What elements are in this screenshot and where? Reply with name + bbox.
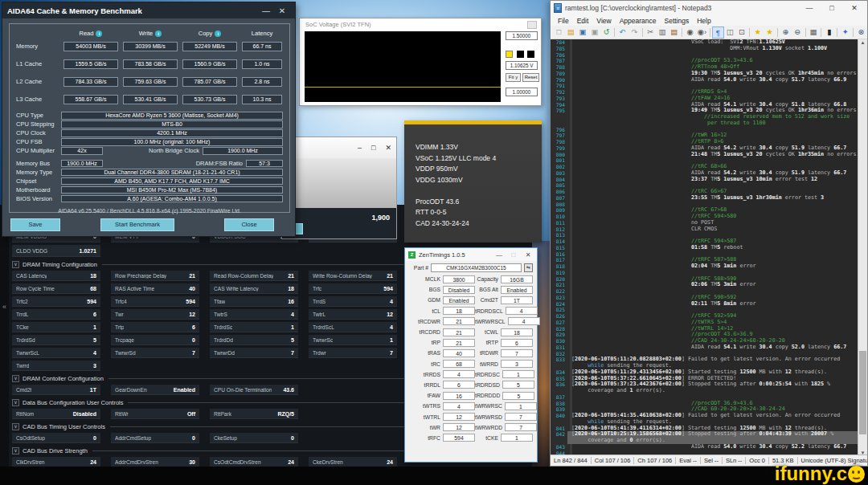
color-swatch[interactable]	[517, 51, 524, 58]
rm-cell-value: 0	[93, 435, 96, 441]
rm-cell-value: 5	[93, 337, 96, 343]
timing-value: 3	[501, 360, 533, 368]
sticky-note-text[interactable]: VDIMM 1.33VVSoC 1.125V LLC mode 4VDDP 95…	[404, 124, 542, 229]
info-row-split: 42xNorth Bridge Clock1900.0 MHz	[61, 147, 283, 155]
favorite-icon[interactable]: ★	[751, 26, 764, 39]
revert-icon[interactable]: ↺	[600, 26, 612, 39]
minimize-icon[interactable]: —	[258, 6, 274, 15]
save-copy-icon[interactable]: ▣	[588, 26, 600, 39]
word-wrap-icon[interactable]: ¶	[712, 26, 724, 39]
y-min-input[interactable]: 1.00000	[506, 88, 538, 96]
ryzen-master-collapse-sidebar[interactable]: «	[0, 205, 9, 467]
close-file-icon[interactable]: ⊗	[855, 26, 867, 39]
collapse-chevron-icon[interactable]: «	[2, 303, 6, 311]
maximize-icon[interactable]: □	[371, 144, 375, 152]
add-favorite-icon[interactable]: ★	[764, 26, 776, 39]
aida64-benchmark-window[interactable]: AIDA64 Cache & Memory Benchmark — ✕ Read…	[2, 2, 296, 237]
reset-button[interactable]: Reset	[522, 73, 539, 82]
start-benchmark-button[interactable]: Start Benchmark	[100, 218, 174, 231]
line-number: 787	[551, 58, 567, 64]
section-collapse-icon[interactable]: ∨	[12, 399, 19, 406]
rm-cell: Trfc4594	[111, 296, 199, 307]
log-line: 804 23:37 TM5 1usmus_v3 10min error test…	[551, 177, 859, 183]
minimize-icon[interactable]: —	[800, 4, 819, 12]
close-icon[interactable]: ✕	[274, 6, 290, 15]
info-row-value: MTS-B0	[61, 120, 283, 128]
text-editor[interactable]: 784 VSoC load: SVI2 TFN:1.10625V785 DMM:…	[551, 39, 859, 456]
rm-cell-value: 594	[87, 299, 96, 304]
info-icon[interactable]: i	[155, 31, 162, 37]
menu-item-edit[interactable]: Edit	[573, 17, 593, 25]
zoom-in-icon[interactable]: ⊕	[780, 26, 792, 39]
find-next-icon[interactable]: ◉›	[696, 26, 708, 39]
grid-icon[interactable]: ▦	[808, 26, 820, 39]
close-icon[interactable]: ✕	[845, 4, 864, 12]
rm-cell: TwtrS4	[210, 309, 298, 320]
y-max-input[interactable]: 1.50000	[506, 31, 538, 40]
zentimings-titlebar[interactable]: Z ZenTimings 1.0.5 — □ ✕	[405, 248, 537, 261]
close-icon[interactable]: ✕	[385, 144, 391, 152]
log-line-text: 23:37 TM5 1usmus_v3 10min error test 12	[567, 177, 859, 183]
bench-row-label: L2 Cache	[16, 78, 61, 85]
scrollbar-thumb[interactable]	[859, 351, 866, 434]
section-collapse-icon[interactable]: ∨	[12, 447, 19, 454]
screen-icon[interactable]: ▮	[823, 26, 835, 39]
save-icon[interactable]: ▣	[577, 26, 589, 39]
maximize-icon[interactable]: □	[822, 4, 841, 12]
color-swatch[interactable]	[527, 51, 534, 58]
new-file-icon[interactable]: □	[553, 26, 565, 39]
minimize-icon[interactable]: –	[358, 144, 362, 152]
close-icon[interactable]: ✕	[522, 251, 534, 259]
graph-window-button[interactable]	[527, 21, 537, 29]
series-color-swatch[interactable]	[506, 51, 513, 58]
line-number: 820	[551, 276, 567, 283]
scroll-up-icon[interactable]: ▲	[858, 40, 867, 45]
redo-icon[interactable]: ↷	[628, 26, 641, 39]
line-number: 790	[551, 77, 567, 84]
timing-value: 594	[443, 434, 475, 442]
open-folder-icon[interactable]: ▤	[565, 26, 577, 39]
rm-cell: Trtp6	[111, 322, 199, 332]
zentimings-window[interactable]: Z ZenTimings 1.0.5 — □ ✕ Part # CMK16GX4…	[404, 247, 538, 463]
rm-cell: Read Row-Column Delay21	[210, 271, 298, 281]
menu-item-file[interactable]: File	[554, 17, 573, 25]
info-icon[interactable]: i	[215, 31, 221, 37]
sticky-note-window[interactable]: VDIMM 1.33VVSoC 1.125V LLC mode 4VDDP 95…	[404, 120, 542, 243]
section-collapse-icon[interactable]: ∨	[12, 375, 19, 382]
section-collapse-icon[interactable]: ∨	[12, 261, 19, 268]
notepad3-titlebar[interactable]: ≡ ramtest.log [C:\overclocking\ramtest] …	[551, 1, 867, 15]
pin-icon[interactable]: ✦	[839, 26, 851, 39]
window-title: AIDA64 Cache & Memory Benchmark	[7, 6, 258, 15]
part-number-toggle-button[interactable]: ⇆	[524, 263, 533, 272]
menu-item-settings[interactable]: Settings	[660, 17, 693, 25]
copy-icon[interactable]: ▥	[657, 26, 669, 39]
cut-icon[interactable]: ✂	[645, 26, 657, 39]
aida64-titlebar[interactable]: AIDA64 Cache & Memory Benchmark — ✕	[2, 2, 295, 18]
section-collapse-icon[interactable]: ∨	[12, 423, 19, 430]
menu-item-view[interactable]: View	[592, 17, 615, 25]
soc-voltage-graph-window[interactable]: SoC Voltage (SVI2 TFN) 1.50000 1.10625 V…	[299, 18, 542, 106]
menu-item-help[interactable]: Help	[693, 17, 714, 25]
fit-y-button[interactable]: Fit y	[506, 73, 521, 82]
info-row: CPU Multiplier42xNorth Bridge Clock1900.…	[16, 147, 283, 155]
find-icon[interactable]: ◉	[684, 26, 696, 39]
save-button[interactable]: Save	[10, 218, 60, 231]
transparency-icon[interactable]: ◫	[724, 26, 736, 39]
rm-cell-label: Cmd2t	[16, 387, 31, 393]
minimize-icon[interactable]: —	[493, 251, 505, 259]
vertical-scrollbar[interactable]: ▲ ▼	[858, 39, 867, 456]
undo-icon[interactable]: ↶	[616, 26, 628, 39]
paste-icon[interactable]: ▤	[668, 26, 680, 39]
zoom-selection-icon[interactable]: ⊡	[736, 26, 748, 39]
hidden-background-window[interactable]: – □ ✕ 1,900	[281, 137, 397, 239]
close-button[interactable]: Close	[224, 218, 274, 231]
zoom-out-icon[interactable]: ⊖	[792, 26, 804, 39]
info-row-split: 1900.0 MHzDRAM:FSB Ratio57:3	[61, 160, 283, 168]
status-separator	[675, 457, 676, 464]
info-icon[interactable]: i	[96, 31, 102, 37]
notepad3-window[interactable]: ≡ ramtest.log [C:\overclocking\ramtest] …	[550, 0, 868, 467]
timing-row: tWTRL12tWRWRSD7	[405, 411, 537, 422]
bench-row: Memory54003 MB/s30399 MB/s52249 MB/s66.7…	[16, 41, 283, 51]
hidden-window-body	[282, 158, 396, 208]
menu-item-appearance[interactable]: Appearance	[616, 17, 661, 25]
